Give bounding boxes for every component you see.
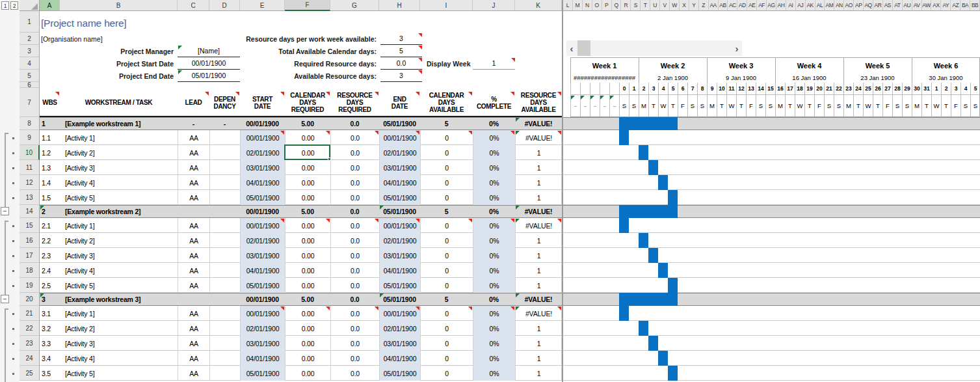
table-header-cal_avail[interactable]: CALENDAR DAYS AVAILABLE [420, 88, 473, 117]
column-header-AD[interactable]: AD [737, 0, 747, 11]
cell-cal_avail-r9[interactable]: 0 [420, 130, 473, 145]
row-header-19[interactable]: 19 [20, 278, 40, 293]
cell-task-r11[interactable]: [Activity 3] [60, 160, 178, 175]
column-header-Q[interactable]: Q [612, 0, 622, 11]
cell-res_req-r21[interactable]: 0.0 [330, 306, 379, 321]
row-header-1[interactable]: 1 [20, 11, 40, 33]
cell-task-r23[interactable]: [Activity 3] [60, 336, 178, 351]
cell-cal_req-r19[interactable]: 0.00 [285, 278, 330, 293]
cell-cal_avail-r11[interactable]: 0 [420, 160, 473, 175]
cell-lead-r24[interactable]: AA [178, 351, 209, 366]
table-header-res_avail[interactable]: RESOURCE DAYS AVAILABLE [515, 88, 562, 117]
cell-start-r17[interactable]: 03/01/1900 [240, 248, 285, 263]
cell-lead-r11[interactable]: AA [178, 160, 209, 175]
cell-end-r10[interactable]: 02/01/1900 [379, 145, 420, 160]
gantt-bar[interactable] [648, 248, 658, 263]
table-header-res_req[interactable]: RESOURCE DAYS REQUIRED [330, 88, 379, 117]
cell-res_avail-r20[interactable]: #VALUE! [515, 293, 562, 306]
cell-start-r25[interactable]: 05/01/1900 [240, 366, 285, 381]
cell-cal_req-r15[interactable]: 0.00 [285, 218, 330, 233]
column-header-AR[interactable]: AR [873, 0, 883, 11]
column-header-B[interactable]: B [60, 0, 178, 11]
column-header-AE[interactable]: AE [747, 0, 757, 11]
table-header-end[interactable]: END DATE [379, 88, 420, 117]
cell-start-r23[interactable]: 03/01/1900 [240, 336, 285, 351]
cell-pct-r22[interactable]: 0% [473, 321, 515, 336]
table-header-pct[interactable]: % COMPLETE [473, 88, 515, 117]
column-header-AP[interactable]: AP [854, 0, 864, 11]
resource-value[interactable]: 0.0 [380, 57, 422, 70]
column-header-BB[interactable]: BB [970, 0, 980, 11]
column-header-AF[interactable]: AF [757, 0, 767, 11]
cell-start-r15[interactable]: 00/01/1900 [240, 218, 285, 233]
row-header-5[interactable]: 5 [20, 70, 40, 82]
cell-start-r9[interactable]: 00/01/1900 [240, 130, 285, 145]
column-header-U[interactable]: U [650, 0, 660, 11]
cell-end-r13[interactable]: 05/01/1900 [379, 190, 420, 205]
cell-res_avail-r12[interactable]: 1 [515, 175, 562, 190]
scroll-left-button[interactable]: ‹ [566, 40, 577, 56]
display-week-value[interactable]: 1 [473, 57, 515, 70]
gantt-bar[interactable] [619, 293, 678, 306]
cell-end-r16[interactable]: 02/01/1900 [379, 233, 420, 248]
column-header-M[interactable]: M [573, 0, 583, 11]
cell-dep-r16[interactable] [209, 233, 240, 248]
cell-lead-r23[interactable]: AA [178, 336, 209, 351]
scroll-right-button[interactable]: › [732, 40, 742, 56]
cell-res_req-r24[interactable]: 0.0 [330, 351, 379, 366]
cell-start-r16[interactable]: 02/01/1900 [240, 233, 285, 248]
cell-lead-r20[interactable] [178, 293, 209, 306]
cell-dep-r10[interactable] [209, 145, 240, 160]
column-header-V[interactable]: V [660, 0, 670, 11]
column-header-J[interactable]: J [473, 0, 515, 11]
cell-res_avail-r15[interactable]: #VALUE! [515, 218, 562, 233]
row-header-17[interactable]: 17 [20, 248, 40, 263]
column-header-Y[interactable]: Y [689, 0, 699, 11]
column-header-AW[interactable]: AW [922, 0, 932, 11]
cell-pct-r14[interactable]: 0% [473, 205, 515, 218]
column-header-G[interactable]: G [330, 0, 379, 11]
cell-start-r12[interactable]: 04/01/1900 [240, 175, 285, 190]
cell-res_avail-r25[interactable]: 1 [515, 366, 562, 381]
gantt-bar[interactable] [639, 321, 648, 336]
column-header-K[interactable]: K [515, 0, 562, 11]
cell-task-r14[interactable]: [Example workstream 2] [60, 205, 178, 218]
column-header-BA[interactable]: BA [960, 0, 970, 11]
cell-wbs-r15[interactable]: 2.1 [40, 218, 60, 233]
cell-res_req-r10[interactable]: 0.0 [330, 145, 379, 160]
cell-dep-r17[interactable] [209, 248, 240, 263]
column-header-S[interactable]: S [631, 0, 641, 11]
cell-res_avail-r22[interactable]: 1 [515, 321, 562, 336]
row-header-20[interactable]: 20 [20, 293, 40, 306]
row-header-16[interactable]: 16 [20, 233, 40, 248]
column-header-AC[interactable]: AC [728, 0, 737, 11]
column-header-AN[interactable]: AN [834, 0, 844, 11]
cell-cal_avail-r13[interactable]: 0 [420, 190, 473, 205]
cell-cal_avail-r16[interactable]: 0 [420, 233, 473, 248]
cell-res_avail-r17[interactable]: 1 [515, 248, 562, 263]
cell-cal_req-r25[interactable]: 0.00 [285, 366, 330, 381]
cell-res_avail-r21[interactable]: #VALUE! [515, 306, 562, 321]
resource-label[interactable]: Required Resource days: [195, 57, 379, 70]
row-header-6[interactable]: 6 [20, 82, 40, 88]
cell-wbs-r10[interactable]: 1.2 [40, 145, 60, 160]
cell-res_avail-r11[interactable]: 1 [515, 160, 562, 175]
cell-pct-r21[interactable]: 0% [473, 306, 515, 321]
cell-wbs-r21[interactable]: 3.1 [40, 306, 60, 321]
row-header-23[interactable]: 23 [20, 336, 40, 351]
column-header-AM[interactable]: AM [825, 0, 834, 11]
cell-dep-r15[interactable] [209, 218, 240, 233]
cell-task-r24[interactable]: [Activity 4] [60, 351, 178, 366]
gantt-bar[interactable] [658, 175, 668, 190]
cell-task-r18[interactable]: [Activity 4] [60, 263, 178, 278]
cell-pct-r23[interactable]: 0% [473, 336, 515, 351]
cell-start-r13[interactable]: 05/01/1900 [240, 190, 285, 205]
cell-res_req-r25[interactable]: 0.0 [330, 366, 379, 381]
cell-end-r15[interactable]: 00/01/1900 [379, 218, 420, 233]
cell-lead-r25[interactable]: AA [178, 366, 209, 381]
cell-dep-r12[interactable] [209, 175, 240, 190]
cell-wbs-r16[interactable]: 2.2 [40, 233, 60, 248]
cell-lead-r17[interactable]: AA [178, 248, 209, 263]
cell-cal_req-r24[interactable]: 0.00 [285, 351, 330, 366]
column-header-P[interactable]: P [602, 0, 612, 11]
